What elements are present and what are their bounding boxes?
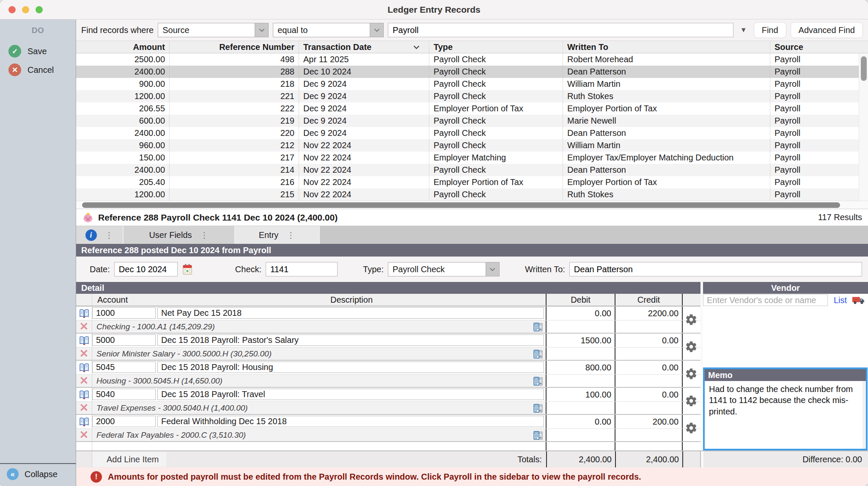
tab-drag-handle-icon[interactable]: ⋮: [105, 230, 114, 240]
add-line-item-button[interactable]: Add Line Item: [92, 452, 166, 467]
table-row[interactable]: 960.00212Nov 22 2024Payroll CheckWilliam…: [76, 139, 868, 152]
delete-line-icon[interactable]: ✕: [76, 348, 92, 360]
horizontal-scrollbar[interactable]: [76, 201, 868, 209]
ledger-book-icon[interactable]: [76, 334, 92, 347]
account-input[interactable]: 2000: [92, 416, 156, 427]
close-window-icon[interactable]: [8, 6, 16, 13]
account-input[interactable]: 5000: [92, 334, 156, 346]
delete-line-icon[interactable]: ✕: [76, 429, 92, 441]
type-value: Payroll Check: [388, 265, 486, 274]
column-header-transaction-date[interactable]: Transaction Date: [299, 41, 429, 53]
find-operator-select[interactable]: equal to: [273, 23, 384, 37]
calculator-icon[interactable]: [533, 403, 543, 413]
vertical-scrollbar[interactable]: [859, 54, 868, 201]
credit-cell[interactable]: 0.00: [615, 334, 682, 347]
account-input[interactable]: 5045: [92, 362, 156, 373]
description-input[interactable]: Federal Withholding Dec 15 2018: [157, 416, 544, 427]
calculator-icon[interactable]: [533, 349, 543, 359]
calculator-icon[interactable]: [533, 322, 543, 332]
results-count: 117 Results: [818, 213, 862, 222]
debit-cell[interactable]: 800.00: [546, 361, 615, 374]
table-row[interactable]: 205.40216Nov 22 2024Employer Portion of …: [76, 176, 868, 188]
description-input[interactable]: Dec 15 2018 Payroll: Housing: [157, 362, 544, 373]
ledger-book-icon[interactable]: [76, 307, 92, 320]
table-row[interactable]: 600.00219Dec 9 2024Payroll CheckMarie Ne…: [76, 115, 868, 127]
table-row[interactable]: 206.55222Dec 9 2024Employer Portion of T…: [76, 102, 868, 115]
account-input[interactable]: 1000: [92, 307, 156, 319]
table-row-selected[interactable]: 2400.00288Dec 10 2024Payroll CheckDean P…: [76, 66, 868, 78]
table-row[interactable]: 1200.00215Nov 22 2024Payroll CheckRuth S…: [76, 188, 868, 201]
credit-cell[interactable]: 200.00: [615, 415, 682, 428]
line-item: 5000 Dec 15 2018 Payroll: Pastor's Salar…: [76, 334, 700, 361]
collapse-button[interactable]: « Collapse: [0, 463, 76, 486]
check-number-field[interactable]: [266, 262, 338, 276]
column-header-reference-number[interactable]: Reference Number: [169, 41, 299, 53]
description-input[interactable]: Dec 15 2018 Payroll: Pastor's Salary: [157, 334, 544, 346]
total-debit: 2,400.00: [546, 451, 615, 467]
column-header-type[interactable]: Type: [429, 41, 563, 53]
ledger-book-icon[interactable]: [76, 415, 92, 428]
collapse-chevrons-icon: «: [7, 468, 19, 480]
app-window: Ledger Entry Records DO ✓ Save ✕ Cancel …: [0, 0, 868, 486]
line-settings-gear-icon[interactable]: [685, 422, 698, 434]
account-info-label: Senior Minister Salary - 3000.5000.H (30…: [92, 348, 546, 360]
line-settings-gear-icon[interactable]: [685, 313, 698, 326]
find-field-select[interactable]: Source: [158, 23, 269, 37]
calculator-icon[interactable]: [533, 430, 543, 440]
save-button[interactable]: ✓ Save: [0, 42, 76, 61]
find-value-input[interactable]: [388, 23, 733, 37]
debit-cell[interactable]: 1500.00: [546, 334, 615, 347]
table-row[interactable]: 900.00218Dec 9 2024Payroll CheckWilliam …: [76, 78, 868, 90]
tab-drag-handle-icon[interactable]: ⋮: [287, 230, 295, 240]
table-row[interactable]: 2400.00220Dec 9 2024Payroll CheckDean Pa…: [76, 127, 868, 139]
column-header-amount[interactable]: Amount: [76, 41, 169, 53]
find-button[interactable]: Find: [754, 22, 786, 38]
memo-text-area[interactable]: Had to change the check number from 1141…: [705, 381, 866, 449]
column-header-source[interactable]: Source: [770, 41, 868, 53]
zoom-window-icon[interactable]: [36, 6, 43, 13]
vendor-list-link[interactable]: List: [834, 295, 847, 305]
description-input[interactable]: Dec 15 2018 Payroll: Travel: [157, 389, 544, 400]
line-settings-gear-icon[interactable]: [685, 395, 698, 407]
written-to-field[interactable]: [569, 262, 862, 276]
debit-cell[interactable]: 0.00: [546, 415, 615, 428]
tab-user-fields-label: User Fields: [149, 230, 192, 240]
calendar-icon[interactable]: [182, 263, 193, 275]
delete-line-icon[interactable]: ✕: [76, 402, 92, 414]
find-operator-value: equal to: [273, 25, 370, 35]
delete-line-icon[interactable]: ✕: [76, 320, 92, 333]
credit-cell[interactable]: 0.00: [615, 388, 682, 401]
debit-cell[interactable]: 100.00: [546, 388, 615, 401]
delete-line-icon[interactable]: ✕: [76, 375, 92, 387]
date-field[interactable]: [114, 262, 178, 276]
table-row[interactable]: 150.00217Nov 22 2024Employer MatchingEmp…: [76, 152, 868, 164]
tab-user-fields[interactable]: User Fields ⋮: [124, 226, 235, 244]
description-input[interactable]: Net Pay Dec 15 2018: [157, 307, 544, 319]
truck-icon[interactable]: [852, 295, 865, 305]
vendor-input[interactable]: [703, 294, 828, 306]
account-input[interactable]: 5040: [92, 389, 156, 400]
tab-info[interactable]: i ⋮: [76, 226, 124, 244]
horizontal-scrollbar-thumb[interactable]: [82, 202, 840, 208]
ledger-book-icon[interactable]: [76, 361, 92, 374]
debit-cell[interactable]: 0.00: [546, 307, 615, 320]
tab-drag-handle-icon[interactable]: ⋮: [201, 230, 209, 240]
ledger-book-icon[interactable]: [76, 388, 92, 401]
detail-table: Detail Account Description Debit Credit: [76, 282, 700, 450]
table-row[interactable]: 1200.00221Dec 9 2024Payroll CheckRuth St…: [76, 90, 868, 102]
advanced-find-button[interactable]: Advanced Find: [791, 22, 863, 38]
credit-cell[interactable]: 2200.00: [615, 307, 682, 320]
find-history-dropdown-icon[interactable]: ▼: [738, 26, 750, 34]
line-settings-gear-icon[interactable]: [685, 340, 698, 353]
vertical-scrollbar-thumb[interactable]: [861, 56, 867, 81]
minimize-window-icon[interactable]: [22, 6, 29, 13]
cancel-button[interactable]: ✕ Cancel: [0, 61, 76, 79]
credit-cell[interactable]: 0.00: [615, 361, 682, 374]
table-row[interactable]: 2400.00214Nov 22 2024Payroll CheckDean P…: [76, 164, 868, 176]
line-settings-gear-icon[interactable]: [685, 367, 698, 380]
calculator-icon[interactable]: [533, 376, 543, 386]
column-header-written-to[interactable]: Written To: [563, 41, 770, 53]
table-row[interactable]: 2500.00498Apr 11 2025Payroll CheckRobert…: [76, 53, 868, 66]
type-select[interactable]: Payroll Check: [388, 262, 500, 276]
tab-entry[interactable]: Entry ⋮: [235, 226, 320, 244]
